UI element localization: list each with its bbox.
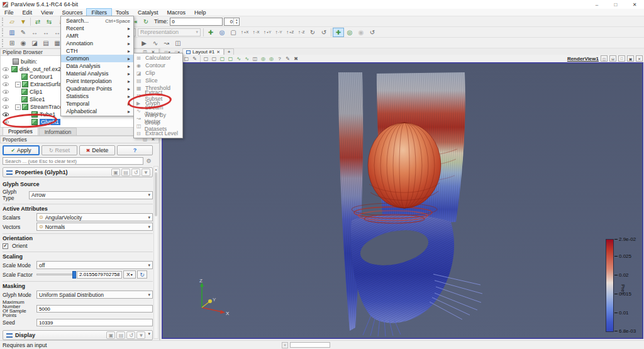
close-tab-icon[interactable]: ✕ bbox=[216, 50, 220, 55]
submenu-group-datasets[interactable]: ◫Group Datasets bbox=[134, 122, 182, 130]
chevron-down-icon[interactable]: ▾ bbox=[148, 331, 150, 339]
close-view-icon[interactable]: ✕ bbox=[636, 55, 643, 62]
stream-tracer-filter-icon[interactable]: ∿ bbox=[150, 38, 161, 48]
select-block-icon[interactable]: ◫ bbox=[251, 55, 259, 62]
hover-points-icon[interactable]: ✎ bbox=[284, 55, 292, 62]
clear-selection-icon[interactable]: ✖ bbox=[292, 55, 300, 62]
loop-icon[interactable]: ↻ bbox=[140, 17, 152, 26]
interactive-select-cells-icon[interactable]: ◎ bbox=[259, 55, 267, 62]
eye-icon[interactable] bbox=[3, 75, 9, 79]
submenu-extract-level[interactable]: ⊟Extract Level bbox=[134, 130, 182, 137]
split-vertical-icon[interactable]: ⊟ bbox=[609, 55, 616, 62]
show-center-icon[interactable]: ◎ bbox=[344, 28, 355, 37]
scale-mode-combo[interactable]: off ▾ bbox=[36, 261, 153, 269]
close-button[interactable]: ✕ bbox=[625, 0, 644, 9]
set-view-plus-y-button[interactable]: ↑+Y bbox=[262, 28, 273, 37]
interactive-select-points-icon[interactable]: ◎ bbox=[267, 55, 275, 62]
connect-icon[interactable]: ⇄ bbox=[32, 17, 43, 26]
split-horizontal-icon[interactable]: ◫ bbox=[601, 55, 608, 62]
set-view-minus-x-button[interactable]: ↑-X bbox=[250, 28, 262, 37]
time-input[interactable] bbox=[170, 18, 223, 26]
abort-progress-icon[interactable]: ✕ bbox=[282, 342, 288, 348]
properties-scrollbar[interactable]: ▴ bbox=[153, 166, 158, 339]
eye-icon[interactable] bbox=[3, 113, 9, 116]
calculator-filter-icon[interactable]: ⊞ bbox=[6, 38, 18, 48]
select-polygon-points-icon[interactable]: ∿ bbox=[243, 55, 251, 62]
hover-cells-icon[interactable]: ? bbox=[275, 55, 284, 62]
disconnect-icon[interactable]: ⇆ bbox=[43, 17, 55, 26]
vectors-combo[interactable]: ⊙ Normals ▾ bbox=[36, 223, 153, 231]
reset-camera-icon[interactable]: ✚ bbox=[205, 28, 216, 37]
menu-catalyst[interactable]: Catalyst bbox=[133, 9, 163, 16]
filters-menu-alphabetical[interactable]: Alphabetical▸ bbox=[61, 108, 133, 115]
color-legend[interactable]: 2.9e-02 0.025 0.02 0.015 0.01 6.8e-03 Pr… bbox=[603, 238, 643, 338]
tab-layout-1[interactable]: Layout #1 ✕ bbox=[182, 48, 224, 55]
warp-filter-icon[interactable]: ↝ bbox=[161, 38, 172, 48]
eye-icon[interactable] bbox=[3, 97, 9, 101]
filters-menu-quadrature-points[interactable]: Quadrature Points▸ bbox=[61, 85, 133, 92]
tab-properties[interactable]: Properties bbox=[3, 127, 38, 135]
copy-properties-icon[interactable]: ▣ bbox=[111, 169, 120, 176]
search-input[interactable] bbox=[3, 157, 143, 165]
popout-view-icon[interactable]: ▣ bbox=[627, 55, 634, 62]
apply-button[interactable]: ✔ Apply bbox=[3, 145, 40, 155]
rotate-90-ccw-icon[interactable]: ↺ bbox=[318, 28, 330, 37]
edit-colormap-icon[interactable]: ✎ bbox=[18, 28, 29, 37]
menu-edit[interactable]: Edit bbox=[18, 9, 37, 16]
select-frustum-cells-icon[interactable]: ▢ bbox=[218, 55, 226, 62]
paste-display-icon[interactable]: ▤ bbox=[116, 331, 125, 339]
scale-factor-slider[interactable] bbox=[36, 274, 75, 275]
filters-menu-recent[interactable]: Recent▸ bbox=[61, 25, 133, 32]
minimize-button[interactable]: – bbox=[587, 0, 606, 9]
eye-icon[interactable] bbox=[3, 105, 9, 109]
scalars-combo[interactable]: ⊙ AngularVelocity ▾ bbox=[36, 213, 153, 221]
maximize-view-icon[interactable]: □ bbox=[618, 55, 625, 62]
filters-menu-common[interactable]: Common▸ bbox=[61, 55, 133, 62]
zoom-to-box-icon[interactable]: ▢ bbox=[228, 28, 239, 37]
restore-defaults-icon[interactable]: ↺ bbox=[131, 169, 140, 176]
submenu-contour[interactable]: ◉Contour bbox=[134, 62, 182, 69]
properties-section-bar[interactable]: Properties (Glyph1) ▣ ▤ ↺ ▼ bbox=[3, 167, 153, 177]
colormap-icon[interactable]: ▥ bbox=[6, 28, 18, 37]
submenu-calculator[interactable]: ⊞Calculator bbox=[134, 54, 182, 62]
select-cells-on-icon[interactable]: ▢ bbox=[202, 55, 210, 62]
filters-menu-amr[interactable]: AMR▸ bbox=[61, 32, 133, 40]
set-view-minus-z-button[interactable]: ↑-Z bbox=[296, 28, 307, 37]
filters-menu-search[interactable]: Search... Ctrl+Space bbox=[61, 17, 133, 25]
filters-menu-temporal[interactable]: Temporal▸ bbox=[61, 100, 133, 108]
gear-icon[interactable]: ⚙ bbox=[145, 157, 153, 165]
representation-combo[interactable]: Representation ▾ bbox=[138, 28, 201, 36]
menu-help[interactable]: Help bbox=[190, 9, 211, 16]
scrollbar-handle[interactable] bbox=[155, 172, 157, 216]
show-orientation-axes-toggle[interactable]: ✚ bbox=[333, 28, 344, 37]
rotate-90-cw-icon[interactable]: ↻ bbox=[307, 28, 318, 37]
menu-macros[interactable]: Macros bbox=[162, 9, 190, 16]
max-points-input[interactable] bbox=[36, 305, 153, 313]
copy-display-icon[interactable]: ▣ bbox=[106, 331, 115, 339]
collapse-branch-icon[interactable]: − bbox=[15, 82, 21, 87]
rescale-custom-icon[interactable]: ↔ bbox=[40, 28, 52, 37]
seed-input[interactable] bbox=[36, 319, 153, 326]
filters-menu-data-analysis[interactable]: Data Analysis▸ bbox=[61, 62, 133, 70]
scale-factor-input[interactable] bbox=[77, 271, 122, 279]
open-file-icon[interactable]: ▱ bbox=[6, 17, 18, 26]
eye-icon[interactable] bbox=[3, 67, 9, 71]
tab-information[interactable]: Information bbox=[39, 128, 77, 135]
set-view-plus-x-button[interactable]: ↑+X bbox=[239, 28, 250, 37]
delete-button[interactable]: ✖ Delete bbox=[79, 145, 115, 155]
edit-view-options-icon[interactable]: ✎ bbox=[191, 55, 199, 62]
reset-button[interactable]: ↻ Reset bbox=[42, 145, 77, 155]
glyph-type-combo[interactable]: Arrow ▾ bbox=[29, 191, 153, 199]
clip-filter-icon[interactable]: ◪ bbox=[29, 38, 40, 48]
group-filter-icon[interactable]: ◫ bbox=[172, 38, 184, 48]
paste-properties-icon[interactable]: ▤ bbox=[121, 169, 130, 176]
reset-center-icon[interactable]: ↺ bbox=[367, 28, 378, 37]
render-view-title[interactable]: RenderView1 bbox=[567, 56, 599, 62]
slice-filter-icon[interactable]: ▤ bbox=[40, 38, 52, 48]
select-points-on-icon[interactable]: ▢ bbox=[210, 55, 218, 62]
filters-menu-material-analysis[interactable]: Material Analysis▸ bbox=[61, 70, 133, 77]
zoom-to-data-icon[interactable]: ◎ bbox=[216, 28, 228, 37]
eye-icon[interactable] bbox=[3, 82, 9, 86]
contour-filter-icon[interactable]: ◉ bbox=[18, 38, 29, 48]
scroll-up-icon[interactable]: ▴ bbox=[154, 167, 158, 172]
